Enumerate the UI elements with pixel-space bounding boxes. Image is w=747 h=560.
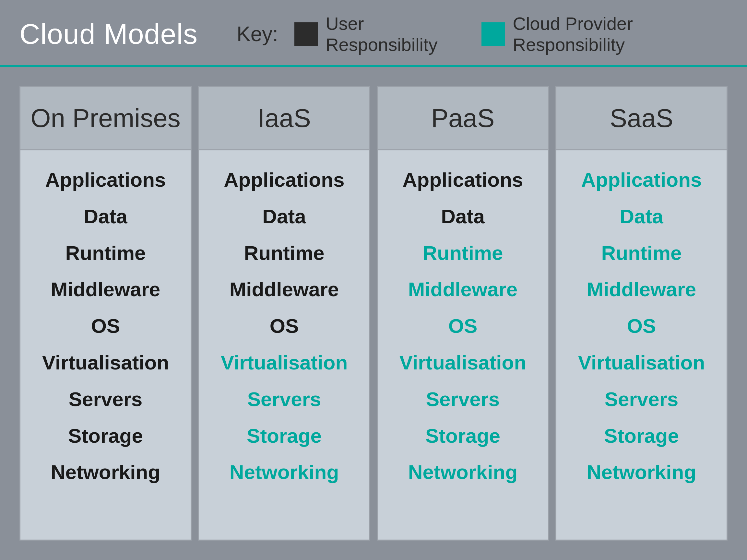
list-item: Storage xyxy=(426,419,500,453)
list-item: OS xyxy=(627,310,656,343)
list-item: Data xyxy=(262,200,306,233)
key-label: Key: xyxy=(237,22,278,46)
list-item: OS xyxy=(91,310,120,343)
list-item: Runtime xyxy=(601,237,682,270)
list-item: Virtualisation xyxy=(400,346,526,379)
list-item: Middleware xyxy=(587,273,696,306)
main-content: On Premises Applications Data Runtime Mi… xyxy=(0,67,747,560)
column-on-premises: On Premises Applications Data Runtime Mi… xyxy=(20,86,191,540)
header: Cloud Models Key: User Responsibility Cl… xyxy=(0,0,747,65)
column-paas: PaaS Applications Data Runtime Middlewar… xyxy=(377,86,549,540)
legend-user-responsibility: User Responsibility xyxy=(294,13,465,55)
legend-cloud-provider-responsibility: Cloud Provider Responsibility xyxy=(482,13,727,55)
list-item: Middleware xyxy=(408,273,518,306)
list-item: Servers xyxy=(69,383,143,416)
list-item: Storage xyxy=(68,419,143,453)
page-title: Cloud Models xyxy=(20,18,198,51)
cloud-provider-responsibility-icon xyxy=(482,22,505,46)
column-title-on-premises: On Premises xyxy=(30,104,180,133)
list-item: Networking xyxy=(587,456,696,489)
list-item: Applications xyxy=(402,163,523,197)
list-item: Virtualisation xyxy=(578,346,705,379)
column-body-saas: Applications Data Runtime Middleware OS … xyxy=(556,150,727,540)
list-item: OS xyxy=(270,310,299,343)
column-title-iaas: IaaS xyxy=(257,104,311,133)
list-item: Networking xyxy=(230,456,339,489)
list-item: Runtime xyxy=(423,237,503,270)
list-item: Data xyxy=(441,200,484,233)
list-item: Data xyxy=(620,200,663,233)
list-item: Storage xyxy=(604,419,679,453)
list-item: Applications xyxy=(45,163,166,197)
column-saas: SaaS Applications Data Runtime Middlewar… xyxy=(556,86,727,540)
list-item: Networking xyxy=(51,456,160,489)
column-body-paas: Applications Data Runtime Middleware OS … xyxy=(378,150,548,540)
legend: Key: User Responsibility Cloud Provider … xyxy=(237,13,727,55)
column-header-saas: SaaS xyxy=(556,87,727,150)
list-item: Applications xyxy=(224,163,344,197)
column-title-saas: SaaS xyxy=(610,104,673,133)
list-item: Servers xyxy=(605,383,678,416)
list-item: Servers xyxy=(426,383,500,416)
column-iaas: IaaS Applications Data Runtime Middlewar… xyxy=(198,86,370,540)
list-item: Servers xyxy=(248,383,321,416)
cloud-provider-responsibility-label: Cloud Provider Responsibility xyxy=(513,13,727,55)
user-responsibility-label: User Responsibility xyxy=(326,13,465,55)
list-item: OS xyxy=(448,310,478,343)
list-item: Storage xyxy=(247,419,321,453)
list-item: Virtualisation xyxy=(42,346,169,379)
column-body-on-premises: Applications Data Runtime Middleware OS … xyxy=(20,150,191,540)
column-header-on-premises: On Premises xyxy=(20,87,191,150)
column-body-iaas: Applications Data Runtime Middleware OS … xyxy=(199,150,369,540)
list-item: Middleware xyxy=(230,273,339,306)
column-header-paas: PaaS xyxy=(378,87,548,150)
list-item: Runtime xyxy=(244,237,325,270)
user-responsibility-icon xyxy=(294,22,318,46)
list-item: Middleware xyxy=(51,273,160,306)
column-title-paas: PaaS xyxy=(431,104,495,133)
list-item: Data xyxy=(84,200,127,233)
list-item: Applications xyxy=(581,163,702,197)
column-header-iaas: IaaS xyxy=(199,87,369,150)
list-item: Virtualisation xyxy=(221,346,348,379)
list-item: Runtime xyxy=(66,237,146,270)
list-item: Networking xyxy=(408,456,518,489)
